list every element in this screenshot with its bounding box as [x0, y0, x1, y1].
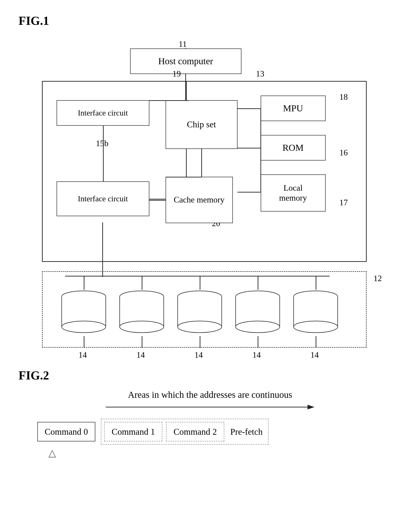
line-chipset-mpu: [237, 108, 261, 109]
ref-11: 11: [179, 39, 187, 49]
triangle-marker: △: [48, 447, 56, 459]
iface-circuit-bottom: Interface circuit: [57, 181, 149, 216]
fig2-arrow: [106, 402, 314, 412]
mpu-box: MPU: [261, 96, 326, 121]
outer-controller-box: 15a Interface circuit 19 13 18 Chip set …: [42, 81, 367, 262]
line-right-side: [260, 108, 261, 192]
ref-14-1: 14: [79, 350, 87, 360]
svg-point-14: [178, 321, 222, 333]
line-d1-ref: [84, 336, 85, 348]
ref-14-4: 14: [253, 350, 261, 360]
rom-box: ROM: [261, 135, 326, 161]
line-to-cache-h: [166, 177, 202, 177]
ref-19: 19: [172, 69, 181, 79]
ref-15b: 15b: [96, 139, 108, 148]
svg-marker-26: [308, 405, 314, 409]
prefetch-label: Pre-fetch: [230, 427, 262, 437]
svg-point-24: [294, 321, 338, 333]
fig2-label: FIG.2: [19, 369, 401, 382]
line-entry: [186, 82, 187, 100]
line-d4-ref: [258, 336, 258, 348]
command0-box: Command 0: [37, 422, 96, 441]
line-d5-ref: [316, 336, 316, 348]
line-chipset-cache-v: [201, 149, 202, 177]
disk-1: [59, 290, 108, 336]
line-d3-ref: [200, 336, 200, 348]
disk-5: [291, 290, 340, 336]
line-iface-v: [103, 126, 104, 181]
ref-13: 13: [256, 69, 264, 79]
host-computer-box: Host computer: [130, 48, 241, 74]
ref-18: 18: [340, 92, 348, 102]
svg-point-4: [62, 321, 106, 333]
ref-14-3: 14: [194, 350, 203, 360]
prefetch-box: Command 1 Command 2 Pre-fetch: [101, 419, 269, 445]
disk-2: [117, 290, 166, 336]
svg-point-9: [120, 321, 164, 333]
chipset-box: Chip set: [166, 100, 237, 149]
svg-point-19: [236, 321, 280, 333]
ref-17: 17: [340, 198, 348, 207]
ref-14-2: 14: [137, 350, 145, 360]
iface-circuit-top: Interface circuit: [57, 100, 149, 126]
fig1-diagram: 11 Host computer 15a Interface circuit 1…: [19, 34, 401, 355]
line-chipset-localmem: [237, 192, 261, 193]
line-iface-down: [102, 222, 103, 277]
line-chipset-rom: [237, 148, 261, 148]
fig2-diagram: Areas in which the addresses are continu…: [19, 389, 401, 496]
fig2-title: Areas in which the addresses are continu…: [128, 389, 292, 400]
cache-memory-box: Cache memory: [166, 177, 233, 223]
line-d2-ref: [142, 336, 142, 348]
ref-12: 12: [374, 274, 382, 283]
disk-4: [233, 290, 282, 336]
ref-14-5: 14: [311, 350, 319, 360]
disk-3: [175, 290, 224, 336]
command2-box: Command 2: [166, 422, 224, 441]
command1-box: Command 1: [104, 422, 162, 441]
fig1-label: FIG.1: [19, 14, 401, 28]
ref-16: 16: [340, 148, 348, 157]
line-to-chipset: [149, 100, 189, 101]
local-memory-box: Local memory: [261, 175, 326, 211]
